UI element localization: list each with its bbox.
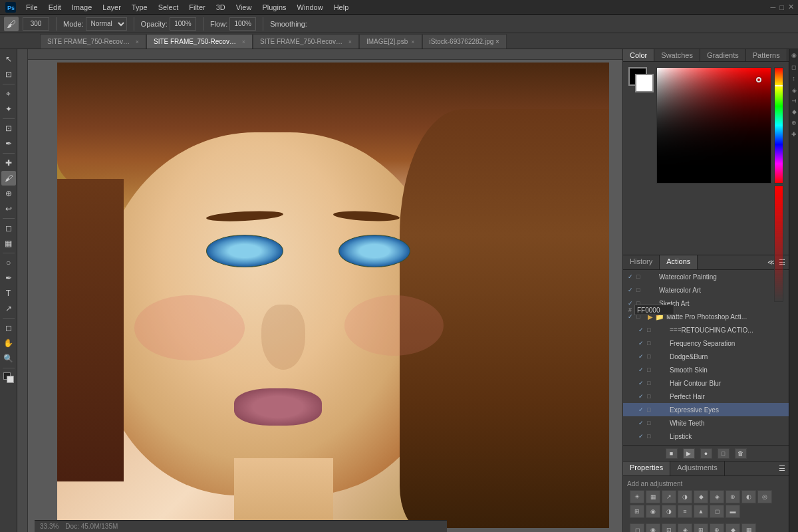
tab-swatches[interactable]: Swatches: [654, 49, 700, 61]
gradient-tool[interactable]: ▦: [1, 236, 16, 251]
exposure-adj[interactable]: ◑: [678, 490, 692, 503]
side-tool-4[interactable]: ◈: [791, 87, 797, 94]
vibrance-adj[interactable]: ◆: [694, 490, 708, 503]
stop-button[interactable]: ■: [666, 448, 678, 459]
action-check-4[interactable]: ✓: [638, 327, 645, 333]
eraser-tool[interactable]: ◻: [1, 221, 16, 235]
brush-size-input[interactable]: 300: [23, 17, 49, 31]
adj-btn-a[interactable]: ◻: [630, 523, 644, 532]
action-check-7[interactable]: ✓: [638, 366, 645, 373]
record-button[interactable]: ●: [700, 448, 712, 459]
colorbalance-adj[interactable]: ⊕: [726, 490, 740, 503]
shape-tool[interactable]: ◻: [1, 321, 16, 335]
selection-tool[interactable]: ⊡: [1, 67, 16, 82]
menu-image[interactable]: Image: [67, 2, 97, 13]
tab-adjustments[interactable]: Adjustments: [670, 462, 725, 475]
adj-btn-h[interactable]: ▦: [741, 523, 756, 532]
side-tool-6[interactable]: ◆: [791, 108, 797, 115]
alpha-slider[interactable]: [774, 186, 783, 302]
menu-filter[interactable]: Filter: [184, 2, 209, 13]
action-item-8[interactable]: ✓ □ Hair Contour Blur: [623, 376, 789, 390]
action-check-10[interactable]: ✓: [638, 406, 645, 413]
flow-input[interactable]: 100%: [229, 17, 256, 31]
gradientmap-adj[interactable]: ▬: [726, 505, 740, 518]
tab-close-0[interactable]: ×: [136, 39, 139, 45]
canvas-area[interactable]: 33.3% Doc: 45.0M/135M: [17, 49, 622, 532]
side-tool-1[interactable]: ◉: [791, 52, 797, 59]
hand-tool[interactable]: ✋: [1, 336, 16, 350]
maximize-icon[interactable]: □: [779, 3, 784, 11]
path-selection-tool[interactable]: ↗: [1, 301, 16, 316]
brightness-adj[interactable]: ☀: [630, 490, 644, 503]
fg-bg-swatch[interactable]: [1, 370, 16, 385]
zoom-tool[interactable]: 🔍: [1, 351, 16, 366]
clone-tool[interactable]: ⊕: [1, 186, 16, 201]
history-brush-tool[interactable]: ↩: [1, 201, 16, 216]
curves-adj[interactable]: ↗: [662, 490, 676, 503]
adj-btn-g[interactable]: ◆: [726, 523, 740, 532]
levels-adj[interactable]: ▦: [646, 490, 660, 503]
tab-gradients[interactable]: Gradients: [700, 49, 746, 61]
colorlookup-adj[interactable]: ◉: [646, 505, 660, 518]
menu-file[interactable]: File: [21, 2, 43, 13]
tab-close-3[interactable]: ×: [411, 39, 414, 45]
minimize-icon[interactable]: ─: [771, 3, 776, 11]
menu-3d[interactable]: 3D: [211, 2, 230, 13]
side-tool-2[interactable]: ◻: [791, 64, 797, 70]
action-check-8[interactable]: ✓: [638, 380, 645, 386]
action-check-12[interactable]: ✓: [638, 433, 645, 440]
action-check-6[interactable]: ✓: [638, 353, 645, 360]
threshold-adj[interactable]: ▲: [694, 505, 708, 518]
dodge-tool[interactable]: ○: [1, 255, 16, 270]
menu-help[interactable]: Help: [329, 2, 354, 13]
adj-btn-c[interactable]: ⊡: [662, 523, 676, 532]
tab-close-2[interactable]: ×: [348, 39, 352, 45]
hex-input[interactable]: [634, 305, 674, 315]
brush-tool-icon[interactable]: 🖌: [4, 17, 19, 31]
posterize-adj[interactable]: ≡: [678, 505, 692, 518]
brush-size-field[interactable]: 300: [23, 17, 49, 31]
opacity-input[interactable]: 100%: [170, 17, 196, 31]
lasso-tool[interactable]: ⌖: [1, 86, 16, 101]
action-item-10[interactable]: ✓ □ Expressive Eyes: [623, 403, 789, 416]
heal-tool[interactable]: ✚: [1, 156, 16, 170]
side-tool-3[interactable]: ↔: [791, 76, 797, 82]
adj-btn-b[interactable]: ◉: [646, 523, 660, 532]
action-item-4[interactable]: ✓ □ ===RETOUCHING ACTIO...: [623, 323, 789, 336]
menu-type[interactable]: Type: [127, 2, 152, 13]
action-check-5[interactable]: ✓: [638, 340, 645, 346]
menu-window[interactable]: Window: [293, 2, 328, 13]
menu-plugins[interactable]: Plugins: [257, 2, 291, 13]
play-button[interactable]: ▶: [683, 448, 695, 459]
action-check-11[interactable]: ✓: [638, 420, 645, 426]
canvas-image[interactable]: [57, 63, 609, 528]
action-item-12[interactable]: ✓ □ Lipstick: [623, 430, 789, 443]
fg-bg-colors[interactable]: [628, 67, 654, 92]
color-gradient-box[interactable]: [656, 67, 771, 184]
tab-0[interactable]: SITE FRAME_750-Recovered-Re... ×: [40, 34, 146, 49]
selectivecolor-adj[interactable]: ◻: [710, 505, 724, 518]
tab-close-1[interactable]: ×: [242, 39, 245, 45]
brush-tool[interactable]: 🖌: [1, 171, 16, 186]
side-tool-5[interactable]: T: [791, 99, 797, 103]
bw-adj[interactable]: ◐: [741, 490, 756, 503]
adj-btn-f[interactable]: ⊕: [710, 523, 724, 532]
menu-view[interactable]: View: [231, 2, 257, 13]
side-tool-8[interactable]: ✚: [791, 131, 797, 138]
delete-action-button[interactable]: 🗑: [735, 448, 747, 459]
menu-layer[interactable]: Layer: [98, 2, 126, 13]
tab-properties[interactable]: Properties: [623, 462, 670, 475]
side-tool-7[interactable]: ⊕: [791, 120, 797, 126]
mode-select[interactable]: Normal Multiply Screen: [86, 17, 127, 31]
invert-adj[interactable]: ◑: [662, 505, 676, 518]
channelmixer-adj[interactable]: ⊞: [630, 505, 644, 518]
tab-patterns[interactable]: Patterns: [746, 49, 787, 61]
menu-select[interactable]: Select: [154, 2, 184, 13]
hue-slider[interactable]: [774, 67, 783, 184]
new-action-button[interactable]: □: [718, 448, 730, 459]
eyedropper-tool[interactable]: ✒: [1, 136, 16, 151]
action-item-6[interactable]: ✓ □ Dodge&Burn: [623, 350, 789, 363]
tab-1[interactable]: SITE FRAME_750-Recovered-Recovered-Recov…: [146, 34, 253, 49]
action-check-9[interactable]: ✓: [638, 393, 645, 400]
tab-color[interactable]: Color: [623, 49, 654, 61]
